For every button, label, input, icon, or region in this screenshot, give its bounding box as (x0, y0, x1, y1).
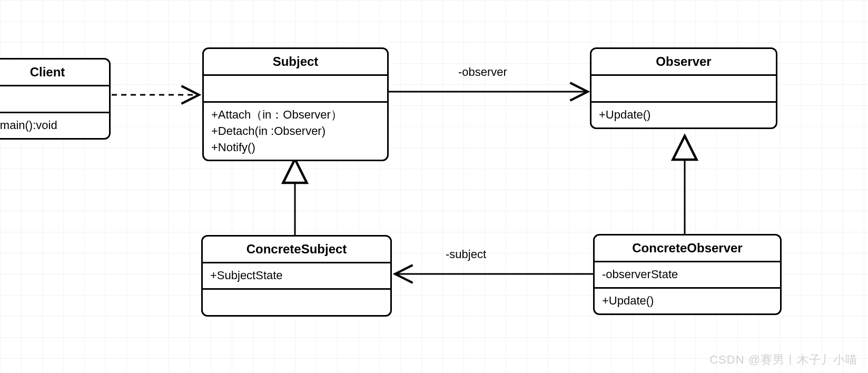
class-concrete-observer: ConcreteObserver -observerState +Update(… (593, 234, 782, 315)
class-op: +main():void (0, 113, 109, 138)
class-op: +Update() (595, 289, 780, 313)
class-subject: Subject +Attach（in：Observer） +Detach(in … (202, 47, 389, 161)
class-title: ConcreteSubject (203, 237, 390, 263)
op: +Detach(in :Observer) (211, 123, 380, 140)
watermark: CSDN @赛男丨木子丿小喵 (709, 352, 857, 368)
assoc-label-observer: -observer (458, 65, 507, 79)
assoc-label-subject: -subject (446, 248, 486, 261)
class-observer: Observer +Update() (590, 47, 777, 129)
class-client: Client +main():void (0, 58, 111, 140)
class-op: +Update() (591, 103, 776, 127)
class-concrete-subject: ConcreteSubject +SubjectState (201, 235, 392, 317)
class-attrs (591, 76, 776, 103)
class-title: Observer (591, 49, 776, 76)
op: +Attach（in：Observer） (211, 107, 380, 123)
op: +Notify() (211, 140, 380, 156)
class-attrs (204, 76, 387, 103)
class-title: ConcreteObserver (595, 235, 780, 262)
class-attrs (0, 86, 109, 113)
class-attr: -observerState (595, 262, 780, 289)
class-title: Client (0, 60, 109, 86)
class-ops: +Attach（in：Observer） +Detach(in :Observe… (204, 103, 387, 160)
class-attr: +SubjectState (203, 263, 390, 290)
class-ops (203, 290, 390, 315)
class-title: Subject (204, 49, 387, 76)
